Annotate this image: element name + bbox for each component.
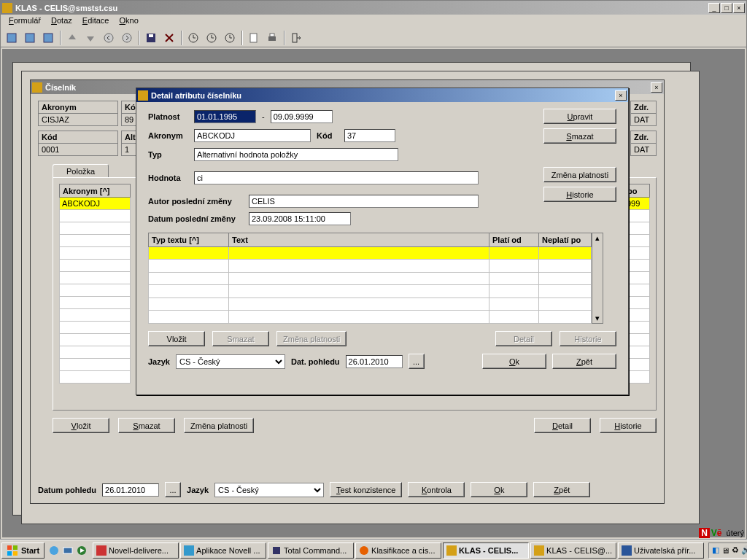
input-datpohledu[interactable]: [346, 355, 403, 368]
th-text[interactable]: Text: [229, 233, 489, 247]
th-platiod[interactable]: Platí od: [489, 233, 539, 247]
back-close-icon[interactable]: [676, 62, 689, 75]
btn-zpet-d[interactable]: Zpět: [552, 354, 616, 369]
th-neplatipo[interactable]: Neplatí po: [539, 233, 592, 247]
tb-save-icon[interactable]: [143, 30, 159, 46]
btn-ok[interactable]: Ok: [471, 482, 527, 497]
svg-rect-6: [149, 34, 153, 37]
task-item[interactable]: Aplikace Novell ...: [180, 542, 266, 559]
btn-test[interactable]: Test konzistence: [330, 482, 402, 497]
tb-icon[interactable]: [40, 30, 56, 46]
text-grid[interactable]: Typ textu [^] Text Platí od Neplatí po: [148, 233, 592, 324]
tray-icon[interactable]: ♻: [732, 545, 739, 555]
tab-polozka[interactable]: Položka: [53, 164, 109, 178]
svg-rect-28: [622, 545, 632, 556]
btn-detail[interactable]: Detail: [534, 418, 591, 433]
label-autor: Autor poslední změny: [148, 197, 243, 206]
btn-ok-d[interactable]: Ok: [482, 354, 546, 369]
maximize-button[interactable]: □: [721, 3, 732, 13]
tb-up-icon[interactable]: [64, 30, 80, 46]
tb-clock-icon[interactable]: [222, 30, 238, 46]
menu-okno[interactable]: Okno: [114, 15, 143, 28]
btn-vlozit2[interactable]: Vložit: [148, 331, 205, 346]
svg-rect-17: [13, 551, 18, 556]
tb-clock-icon[interactable]: [204, 30, 220, 46]
scroll-up-icon[interactable]: ▴: [595, 233, 600, 243]
task-item[interactable]: Klasifikace a cis...: [355, 542, 441, 559]
input-platnost-od[interactable]: [194, 110, 256, 123]
col-zdr: Zdr.: [630, 101, 657, 114]
tb-exit-icon[interactable]: [288, 30, 304, 46]
select-jazyk[interactable]: CS - Český: [214, 483, 324, 497]
tb-cancel-icon[interactable]: [161, 30, 177, 46]
grid-scrollbar[interactable]: ▴ ▾: [592, 233, 603, 324]
ql-desktop-icon[interactable]: [61, 544, 74, 557]
left-grid[interactable]: Akronym [^] ABCKODJ: [59, 184, 131, 384]
desk-V-icon[interactable]: Vē: [711, 528, 722, 538]
input-autor[interactable]: [249, 195, 479, 208]
task-item-active[interactable]: KLAS - CELIS...: [443, 542, 529, 559]
svg-rect-14: [7, 545, 12, 550]
tray-icon[interactable]: ◧: [712, 545, 719, 555]
tb-fwd-icon[interactable]: [119, 30, 135, 46]
svg-rect-23: [184, 545, 194, 556]
tray-volume-icon[interactable]: 🔊: [741, 545, 747, 555]
input-datum-pohledu[interactable]: [102, 483, 159, 497]
dialog-titlebar[interactable]: Detail atributu číselníku ×: [136, 88, 628, 102]
btn-historie[interactable]: Historie: [600, 418, 657, 433]
browse-date-button[interactable]: ...: [165, 482, 181, 497]
btn-kontrola[interactable]: Kontrola: [408, 482, 465, 497]
th-typtextu[interactable]: Typ textu [^]: [149, 233, 229, 247]
browse-date2-button[interactable]: ...: [409, 354, 425, 369]
cell-abckodj[interactable]: ABCKODJ: [60, 198, 131, 210]
tb-icon[interactable]: [4, 30, 20, 46]
menu-editace[interactable]: Editace: [77, 15, 115, 28]
input-hodnota[interactable]: [194, 171, 479, 184]
tb-down-icon[interactable]: [82, 30, 98, 46]
input-akronym[interactable]: [194, 129, 311, 142]
col-kod2: Kód: [38, 131, 118, 144]
ql-media-icon[interactable]: [75, 544, 88, 557]
close-button[interactable]: ×: [733, 3, 745, 13]
ql-ie-icon[interactable]: [47, 544, 61, 557]
svg-rect-15: [13, 545, 18, 550]
menu-formular[interactable]: Formulář: [4, 15, 46, 28]
close-icon[interactable]: ×: [651, 82, 662, 93]
desk-N-icon[interactable]: N: [699, 528, 710, 538]
task-item[interactable]: KLAS - CELIS@...: [530, 542, 616, 559]
minimize-button[interactable]: _: [708, 3, 720, 13]
input-typ[interactable]: [194, 148, 398, 161]
tb-print-icon[interactable]: [264, 30, 280, 46]
input-datum-zmeny[interactable]: [249, 212, 351, 225]
btn-zmena[interactable]: Změna platnosti: [184, 418, 254, 433]
dialog-title: Detail atributu číselníku: [151, 91, 615, 100]
start-button[interactable]: Start: [1, 542, 44, 559]
btn-zmena-platnosti[interactable]: Změna platnosti: [543, 167, 616, 182]
btn-historie-d[interactable]: Historie: [543, 187, 616, 202]
dialog-close-button[interactable]: ×: [615, 90, 627, 101]
input-kod[interactable]: [344, 129, 395, 142]
tb-icon[interactable]: [22, 30, 38, 46]
col-zdr2: Zdr.: [630, 131, 657, 144]
input-platnost-do[interactable]: [271, 110, 333, 123]
task-item[interactable]: Uživatelská přír...: [618, 542, 704, 559]
task-item[interactable]: Novell-delivere...: [93, 542, 179, 559]
tray-icon[interactable]: 🖥: [721, 546, 729, 555]
select-jazyk-d[interactable]: CS - Český: [176, 354, 285, 369]
btn-zpet[interactable]: Zpět: [533, 482, 590, 497]
tb-back-icon[interactable]: [101, 30, 117, 46]
svg-rect-16: [7, 551, 12, 556]
tb-doc-icon[interactable]: [246, 30, 262, 46]
scroll-down-icon[interactable]: ▾: [595, 314, 600, 323]
col-akronym2[interactable]: Akronym [^]: [60, 184, 131, 198]
app-title: KLAS - CELIS@smstst.csu: [15, 4, 708, 12]
btn-upravit[interactable]: Upravit: [543, 109, 616, 124]
btn-smazat[interactable]: Smazat: [118, 418, 175, 433]
btn-vlozit[interactable]: Vložit: [53, 418, 109, 433]
btn-smazat-d[interactable]: Smazat: [543, 128, 616, 144]
btn-detail2: Detail: [495, 331, 552, 346]
toolbar: [1, 28, 746, 47]
menu-dotaz[interactable]: Dotaz: [46, 15, 77, 28]
task-item[interactable]: Total Command...: [268, 542, 354, 559]
tb-clock-icon[interactable]: [185, 30, 201, 46]
